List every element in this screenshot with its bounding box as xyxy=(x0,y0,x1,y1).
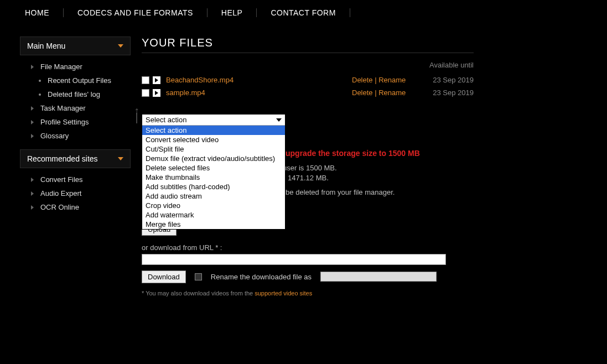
chevron-down-icon xyxy=(118,44,123,48)
sidebar-item-file-manager[interactable]: File Manager xyxy=(31,60,131,74)
file-name[interactable]: sample.mp4 xyxy=(166,89,352,97)
play-icon[interactable] xyxy=(153,89,160,97)
option-watermark[interactable]: Add watermark xyxy=(142,210,285,220)
or-download-label: or download from URL * : xyxy=(142,243,474,252)
top-nav: HOME CODECS AND FILE FORMATS HELP CONTAC… xyxy=(0,0,607,25)
url-input[interactable] xyxy=(142,254,446,265)
recommended-sites-header[interactable]: Recommended sites xyxy=(20,149,131,168)
download-button[interactable]: Download xyxy=(142,271,186,283)
recommended-sites-label: Recommended sites xyxy=(27,154,98,163)
delete-link[interactable]: Delete xyxy=(352,89,373,97)
caret-icon xyxy=(31,65,34,69)
option-merge[interactable]: Merge files xyxy=(142,220,285,229)
nav-codecs[interactable]: CODECS AND FILE FORMATS xyxy=(64,8,207,17)
sidebar-item-deleted-log[interactable]: Deleted files' log xyxy=(31,87,131,101)
file-actions: Delete | Rename xyxy=(352,89,424,97)
option-select-action[interactable]: Select action xyxy=(142,126,285,135)
main-menu-header[interactable]: Main Menu xyxy=(20,37,131,55)
option-subtitles[interactable]: Add subtitles (hard-coded) xyxy=(142,182,285,191)
caret-icon xyxy=(31,205,34,210)
option-delete[interactable]: Delete selected files xyxy=(142,163,285,173)
nav-home[interactable]: HOME xyxy=(25,8,64,17)
bullet-icon xyxy=(39,80,41,82)
sidebar-item-ocr-online[interactable]: OCR Online xyxy=(31,200,131,214)
option-crop[interactable]: Crop video xyxy=(142,201,285,210)
caret-icon xyxy=(31,120,34,124)
available-until-label: Available until xyxy=(142,61,474,69)
option-demux[interactable]: Demux file (extract video/audio/subtitle… xyxy=(142,154,285,163)
file-row: sample.mp4 Delete | Rename 23 Sep 2019 xyxy=(142,86,474,99)
supported-sites-link[interactable]: supported video sites xyxy=(255,290,312,297)
main-menu-label: Main Menu xyxy=(27,41,65,50)
action-dropdown-list: Select action Convert selected video Cut… xyxy=(142,126,285,229)
option-audio-stream[interactable]: Add audio stream xyxy=(142,191,285,201)
option-cut-split[interactable]: Cut/Split file xyxy=(142,144,285,154)
nav-help[interactable]: HELP xyxy=(207,8,257,17)
rename-checkbox[interactable] xyxy=(195,273,202,280)
file-checkbox[interactable] xyxy=(142,76,149,84)
caret-icon xyxy=(31,178,34,182)
chevron-down-icon xyxy=(118,157,123,160)
sidebar-item-task-manager[interactable]: Task Manager xyxy=(31,101,131,115)
action-select[interactable]: Select action Select action Convert sele… xyxy=(142,114,286,230)
option-convert[interactable]: Convert selected video xyxy=(142,135,285,144)
sidebar-item-glossary[interactable]: Glossary xyxy=(31,129,131,143)
bullet-icon xyxy=(39,93,41,96)
file-date: 23 Sep 2019 xyxy=(424,89,474,97)
delete-link[interactable]: Delete xyxy=(352,76,373,84)
arrow-up-icon: ↑| xyxy=(134,107,139,121)
caret-icon xyxy=(31,191,34,196)
rename-link[interactable]: Rename xyxy=(378,76,406,84)
sidebar-item-audio-expert[interactable]: Audio Expert xyxy=(31,186,131,200)
file-row: BeachandShore.mp4 Delete | Rename 23 Sep… xyxy=(142,74,474,86)
file-date: 23 Sep 2019 xyxy=(424,76,474,84)
footnote: * You may also download videos from the … xyxy=(142,290,474,297)
select-current: Select action xyxy=(146,116,186,124)
page-title: YOUR FILES xyxy=(142,37,474,53)
caret-icon xyxy=(31,106,34,111)
caret-icon xyxy=(31,134,34,138)
file-checkbox[interactable] xyxy=(142,89,149,97)
nav-contact[interactable]: CONTACT FORM xyxy=(257,8,350,17)
file-actions: Delete | Rename xyxy=(352,76,424,84)
sidebar-item-convert-files[interactable]: Convert Files xyxy=(31,173,131,186)
file-name[interactable]: BeachandShore.mp4 xyxy=(166,76,352,84)
sidebar-item-profile-settings[interactable]: Profile Settings xyxy=(31,115,131,129)
rename-download-label: Rename the downloaded file as xyxy=(211,273,312,281)
rename-link[interactable]: Rename xyxy=(378,89,406,97)
play-icon[interactable] xyxy=(153,76,160,84)
option-thumbnails[interactable]: Make thumbnails xyxy=(142,173,285,182)
chevron-down-icon xyxy=(276,118,282,122)
sidebar-item-recent-output[interactable]: Recent Output Files xyxy=(31,74,131,87)
rename-input[interactable] xyxy=(320,272,437,282)
